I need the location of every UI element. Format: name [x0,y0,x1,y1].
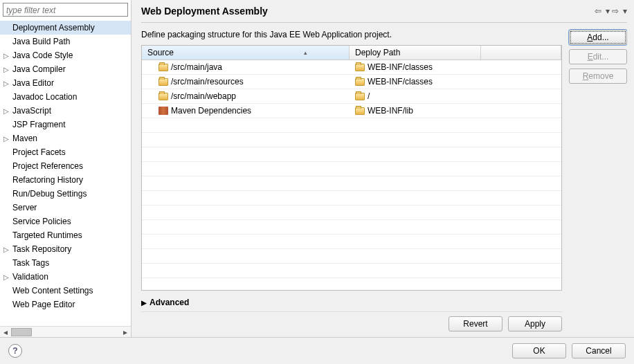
folder-icon [158,64,168,71]
help-icon[interactable]: ? [8,344,22,358]
tree-item-label: Targeted Runtimes [12,230,82,240]
deploy-path: WEB-INF/classes [368,62,433,72]
folder-icon [355,93,365,100]
add-button[interactable]: Add... [569,30,627,45]
scroll-thumb[interactable] [11,328,32,336]
expand-icon[interactable]: ▷ [3,133,10,145]
source-path: /src/main/webapp [171,91,236,101]
tree-item-server[interactable]: Server [0,201,131,215]
revert-button[interactable]: Revert [449,316,502,331]
deploy-path: WEB-INF/classes [368,77,433,87]
nav-menu-icon[interactable]: ▾ [623,6,627,16]
table-row[interactable]: /src/main/resourcesWEB-INF/classes [142,75,561,89]
scroll-left-icon[interactable]: ◂ [0,327,11,337]
tree-item-java-editor[interactable]: ▷Java Editor [0,76,131,90]
tree-item-project-facets[interactable]: Project Facets [0,145,131,159]
tree-item-task-tags[interactable]: Task Tags [0,256,131,270]
library-icon [158,107,168,115]
expand-icon[interactable]: ▷ [3,64,10,75]
edit-button: Edit... [569,49,627,64]
tree-item-label: Web Content Settings [12,286,93,295]
description-text: Define packaging structure for this Java… [141,30,562,39]
filter-input[interactable]: type filter text [3,3,128,17]
tree-item-label: Web Page Editor [12,300,75,309]
tree-item-targeted-runtimes[interactable]: Targeted Runtimes [0,228,131,242]
tree-item-deployment-assembly[interactable]: Deployment Assembly [0,21,131,35]
tree-item-refactoring-history[interactable]: Refactoring History [0,173,131,187]
advanced-label: Advanced [150,298,189,307]
tree-item-label: Task Repository [12,244,71,254]
deploy-path: WEB-INF/lib [368,106,413,116]
expand-icon[interactable]: ▷ [3,244,10,255]
folder-icon [158,93,168,100]
tree-item-label: Service Policies [12,217,71,226]
nav-back-icon[interactable]: ⇦ [595,6,601,16]
deploy-path: / [368,91,370,101]
tree-item-label: Java Code Style [12,51,73,60]
content-pane: Web Deployment Assembly ⇦ ▾ ⇨ ▾ Define p… [132,0,634,337]
advanced-toggle[interactable]: ▶ Advanced [141,298,562,307]
chevron-right-icon: ▶ [141,299,147,307]
tree-item-java-build-path[interactable]: Java Build Path [0,35,131,48]
expand-icon[interactable]: ▷ [3,105,10,117]
apply-button[interactable]: Apply [508,316,562,331]
expand-icon[interactable]: ▷ [3,271,10,283]
folder-icon [355,64,365,71]
table-row[interactable]: Maven DependenciesWEB-INF/lib [142,104,561,118]
dialog-footer: ? OK Cancel [0,337,634,364]
remove-button: Remove [569,69,627,84]
ok-button[interactable]: OK [512,343,566,358]
column-source-label: Source [147,48,174,57]
deployment-table[interactable]: Source ▴ Deploy Path /src/main/javaWEB-I… [141,45,562,291]
tree-item-java-compiler[interactable]: ▷Java Compiler [0,62,131,76]
tree-item-label: Project Facets [12,147,66,157]
column-spacer [481,46,561,60]
tree-item-label: Maven [12,134,37,143]
tree-item-label: Refactoring History [12,175,83,185]
expand-icon[interactable]: ▷ [3,50,10,62]
source-path: Maven Dependencies [171,106,251,116]
tree-item-javadoc-location[interactable]: Javadoc Location [0,90,131,104]
page-title: Web Deployment Assembly [141,6,595,17]
cancel-button[interactable]: Cancel [572,343,626,358]
tree-item-label: Project References [12,161,83,171]
tree-item-web-page-editor[interactable]: Web Page Editor [0,298,131,311]
tree-item-label: Validation [12,272,48,282]
tree-item-maven[interactable]: ▷Maven [0,131,131,145]
tree-item-label: Java Build Path [12,37,70,46]
tree-item-javascript[interactable]: ▷JavaScript [0,104,131,118]
source-path: /src/main/resources [171,77,244,87]
tree-item-service-policies[interactable]: Service Policies [0,215,131,228]
scroll-right-icon[interactable]: ▸ [120,327,131,337]
tree-item-web-content-settings[interactable]: Web Content Settings [0,284,131,298]
column-source[interactable]: Source ▴ [142,46,350,60]
tree-item-label: JSP Fragment [12,120,65,129]
tree-item-label: Run/Debug Settings [12,189,87,199]
tree-item-label: Javadoc Location [12,92,77,102]
folder-icon [355,78,365,86]
source-path: /src/main/java [171,62,222,72]
sidebar: type filter text Deployment AssemblyJava… [0,0,132,337]
nav-forward-icon[interactable]: ▾ ⇨ [606,6,619,16]
preference-tree[interactable]: Deployment AssemblyJava Build Path▷Java … [0,19,131,326]
tree-item-label: Deployment Assembly [12,23,95,33]
table-row[interactable]: /src/main/javaWEB-INF/classes [142,60,561,75]
folder-icon [355,107,365,115]
tree-item-java-code-style[interactable]: ▷Java Code Style [0,48,131,62]
sort-indicator-icon: ▴ [304,49,307,56]
tree-item-label: Java Compiler [12,64,66,74]
expand-icon[interactable]: ▷ [3,78,10,89]
tree-item-label: Java Editor [12,78,54,88]
folder-icon [158,78,168,86]
column-deploy[interactable]: Deploy Path [350,46,481,60]
table-row[interactable]: /src/main/webapp/ [142,89,561,104]
tree-item-validation[interactable]: ▷Validation [0,270,131,284]
tree-item-jsp-fragment[interactable]: JSP Fragment [0,118,131,131]
tree-item-label: Task Tags [12,258,49,268]
tree-item-run-debug-settings[interactable]: Run/Debug Settings [0,187,131,201]
tree-item-project-references[interactable]: Project References [0,159,131,173]
sidebar-hscrollbar[interactable]: ◂ ▸ [0,326,131,337]
tree-item-label: Server [12,203,37,212]
tree-item-task-repository[interactable]: ▷Task Repository [0,242,131,256]
tree-item-label: JavaScript [12,106,51,116]
